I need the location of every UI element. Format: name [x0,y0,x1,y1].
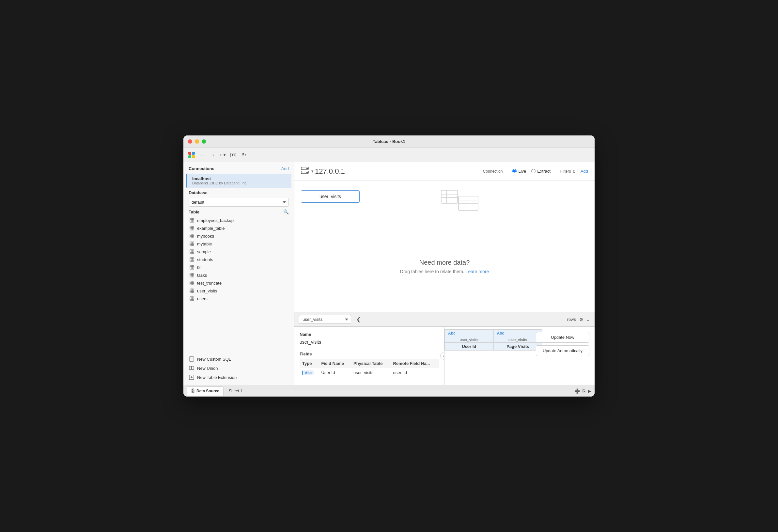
fields-header: Fields [300,352,439,357]
col-remote-field: Remote Field Na... [391,359,439,368]
svg-rect-0 [231,153,236,157]
table-list: employees_backup example_table [188,216,289,303]
colorful-logo-icon [188,151,195,159]
new-custom-sql-button[interactable]: New Custom SQL [188,356,289,363]
new-union-button[interactable]: New Union [188,365,289,372]
svg-point-1 [232,154,234,156]
add-connection-button[interactable]: Add [281,166,289,171]
canvas: ▾ 127.0.0.1 Connection Live Extract [294,162,595,312]
collapse-arrow[interactable]: ❮ [357,316,361,322]
table-grid-icon [189,249,194,254]
learn-more-link[interactable]: Learn more [466,269,489,274]
refresh-button[interactable]: ↻ [240,151,247,159]
preview-panel: Update Now Update Automatically Abc [445,327,595,385]
table-row[interactable]: Abc User Id user_visits user_id [300,368,439,377]
svg-rect-70 [441,190,458,203]
svg-rect-37 [190,273,194,277]
data-panel: user_visits ❮ rows ⚙ ⌄ ❮ [294,312,595,385]
database-label: Database [188,190,289,195]
collapse-meta-button[interactable]: ❮ [440,352,445,360]
main-toolbar: ← → ↩▾ ↻ [183,148,595,162]
window-controls [188,139,206,144]
connection-options: Connection Live Extract [483,168,588,174]
canvas-header: ▾ 127.0.0.1 Connection Live Extract [294,162,595,180]
connections-header: Connections Add [183,162,294,174]
database-select[interactable]: default [188,198,289,207]
present-icon[interactable]: ▶ [588,388,591,394]
svg-rect-52 [190,297,194,301]
svg-rect-47 [190,289,194,293]
list-item[interactable]: tasks [188,271,289,279]
list-item[interactable]: mytable [188,240,289,248]
list-item[interactable]: user_visits [188,287,289,295]
connections-label: Connections [188,166,214,171]
data-table-select[interactable]: user_visits [299,315,351,324]
extract-option[interactable]: Extract [531,169,550,174]
rows-label: rows [567,317,576,322]
table-grid-icon [189,273,194,278]
app-window: Tableau - Book1 ← → ↩▾ ↻ Connections Add [183,136,595,396]
server-name: 127.0.0.1 [315,167,345,175]
sidebar: Connections Add localhost Databend JDBC … [183,162,294,385]
drop-hint: Need more data? Drag tables here to rela… [400,259,489,274]
table-search-icon[interactable]: 🔍 [283,209,289,214]
connection-radio-group: Live Extract [512,169,550,174]
new-sheet-icon[interactable]: ➕ [574,388,580,394]
table-grid-icon [189,280,194,286]
recent-button[interactable]: ↩▾ [219,151,227,159]
data-preview-table: Abc user_visits User Id Abc [445,329,542,351]
meta-fields-section: Fields Type Field Name Physical Table Re… [300,352,439,377]
svg-rect-7 [190,226,194,230]
data-panel-toolbar: user_visits ❮ rows ⚙ ⌄ [294,312,595,327]
chevron-down-icon[interactable]: ⌄ [586,317,590,322]
server-arrow-icon[interactable]: ▾ [311,169,314,174]
update-now-button[interactable]: Update Now [536,332,590,343]
list-item[interactable]: employees_backup [188,216,289,224]
duplicate-sheet-icon[interactable]: ⎘ [582,388,585,394]
connection-item[interactable]: localhost Databend JDBC by Databend, Inc… [186,174,292,188]
table-grid-icon [189,226,194,231]
col-type: Type [300,359,319,368]
live-option[interactable]: Live [512,169,526,174]
list-item[interactable]: students [188,255,289,263]
table-card-user-visits[interactable]: user_visits [301,190,360,203]
connection-name: localhost [192,176,286,181]
data-source-tab-label: Data Source [197,389,219,393]
minimize-button[interactable] [195,139,199,144]
name-label: Name [300,332,439,337]
update-automatically-button[interactable]: Update Automatically [536,345,590,356]
meta-name-section: Name user_visits [300,332,439,346]
server-icon [301,167,309,175]
database-section: Database default [183,190,294,209]
settings-icon[interactable]: ⚙ [579,317,584,322]
list-item[interactable]: mybooks [188,232,289,240]
tab-data-source[interactable]: 🗄 Data Source [187,386,224,396]
tab-sheet1[interactable]: Sheet 1 [225,386,246,396]
screenshot-button[interactable] [230,151,237,159]
maximize-button[interactable] [202,139,206,144]
new-table-extension-button[interactable]: New Table Extension [188,374,289,381]
list-item[interactable]: t2 [188,263,289,271]
data-content: ❮ Name user_visits Fields Type [294,327,595,385]
connection-label: Connection [483,169,503,174]
close-button[interactable] [188,139,192,144]
forward-button[interactable]: → [209,151,216,159]
col-physical-table: Physical Table [351,359,391,368]
table-grid-icon [189,241,194,246]
table-section: Table 🔍 employees_backup [183,209,294,353]
svg-rect-62 [191,366,194,370]
preview-col-pagevisits: Abc user_visits Page Visits [493,330,542,351]
filters-add-button[interactable]: Add [580,169,588,174]
list-item[interactable]: sample [188,248,289,255]
table-label: Table [188,210,200,214]
new-union-label: New Union [197,366,218,371]
list-item[interactable]: example_table [188,224,289,232]
field-type: Abc [300,368,319,377]
join-illustration [441,187,480,214]
back-button[interactable]: ← [199,151,206,159]
name-value: user_visits [300,338,439,346]
list-item[interactable]: users [188,295,289,303]
list-item[interactable]: test_truncate [188,279,289,287]
table-grid-icon [189,296,194,301]
bottom-tabs: 🗄 Data Source Sheet 1 ➕ ⎘ ▶ [183,385,595,396]
